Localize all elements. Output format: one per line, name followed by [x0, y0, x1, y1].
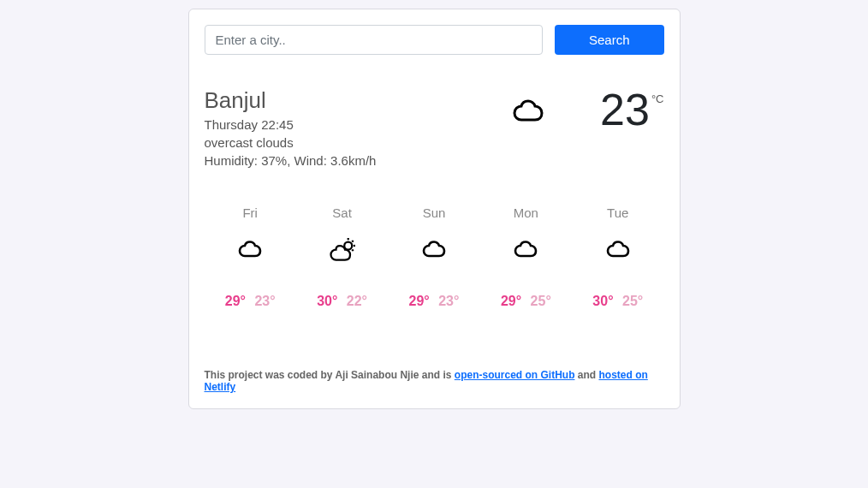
temp-high: 29°	[225, 294, 246, 308]
cloud-icon	[419, 235, 449, 270]
day-temps: 29° 25°	[501, 294, 551, 309]
day-temps: 29° 23°	[225, 294, 276, 309]
forecast-row: Fri 29° 23° Sat	[205, 205, 664, 309]
forecast-day: Fri 29° 23°	[225, 205, 276, 309]
temp-high: 30°	[592, 294, 613, 308]
cloud-icon	[235, 235, 265, 270]
temp-high: 29°	[501, 294, 521, 308]
forecast-day: Mon 29° 25°	[501, 205, 551, 309]
search-button[interactable]: Search	[555, 25, 664, 55]
temp-low: 22°	[347, 294, 367, 308]
day-label: Mon	[514, 205, 538, 220]
day-label: Sat	[332, 205, 352, 220]
forecast-day: Tue 30° 25°	[592, 205, 643, 309]
temp-low: 23°	[438, 294, 459, 308]
cloud-icon	[510, 235, 541, 270]
svg-line-4	[352, 250, 354, 252]
day-temps: 30° 22°	[317, 294, 367, 309]
current-humidity-wind: Humidity: 37%, Wind: 3.6km/h	[205, 152, 377, 170]
temperature-display: 23 °C	[600, 87, 663, 132]
day-label: Tue	[607, 205, 628, 220]
day-temps: 29° 23°	[409, 294, 460, 309]
city-name: Banjul	[205, 87, 377, 114]
footer-middle: and	[574, 369, 598, 381]
day-label: Fri	[242, 205, 258, 220]
temp-low: 23°	[254, 294, 275, 308]
search-row: Search	[205, 25, 664, 55]
forecast-day: Sun 29° 23°	[409, 205, 460, 309]
temperature-unit: °C	[651, 92, 664, 105]
svg-line-3	[352, 241, 354, 242]
temp-high: 29°	[409, 294, 430, 308]
temperature-value: 23	[600, 87, 650, 132]
weather-card: Search Banjul Thursday 22:45 overcast cl…	[188, 9, 681, 409]
current-description: overcast clouds	[205, 134, 377, 152]
current-datetime: Thursday 22:45	[205, 116, 377, 134]
footer-credits: This project was coded by Aji Sainabou N…	[205, 369, 664, 393]
city-search-input[interactable]	[205, 25, 543, 55]
current-weather: Banjul Thursday 22:45 overcast clouds Hu…	[205, 87, 664, 170]
temp-high: 30°	[317, 294, 337, 308]
partly-cloudy-icon	[327, 235, 358, 270]
day-label: Sun	[423, 205, 446, 220]
footer-prefix: This project was coded by Aji Sainabou N…	[205, 369, 455, 381]
current-details: Banjul Thursday 22:45 overcast clouds Hu…	[205, 87, 377, 170]
temp-low: 25°	[531, 294, 551, 308]
current-temp-block: 23 °C	[508, 87, 663, 137]
day-temps: 30° 25°	[592, 294, 643, 309]
cloud-icon	[508, 92, 549, 137]
github-link[interactable]: open-sourced on GitHub	[455, 369, 575, 381]
cloud-icon	[603, 235, 633, 270]
temp-low: 25°	[622, 294, 643, 308]
forecast-day: Sat 30° 22°	[317, 205, 367, 309]
